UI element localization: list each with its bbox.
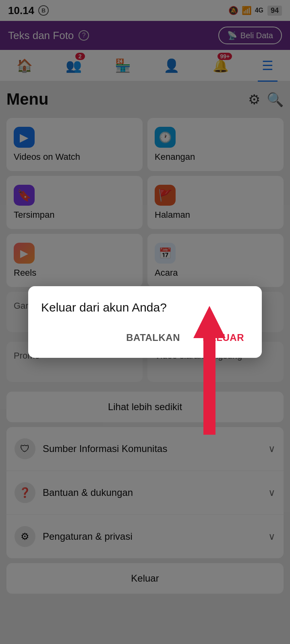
- dialog-actions: BATALKAN KELUAR: [41, 329, 249, 347]
- confirm-logout-button[interactable]: KELUAR: [198, 329, 249, 347]
- logout-dialog: Keluar dari akun Anda? BATALKAN KELUAR: [28, 286, 262, 358]
- dialog-text: Keluar dari akun Anda?: [41, 301, 249, 314]
- cancel-button[interactable]: BATALKAN: [121, 329, 185, 347]
